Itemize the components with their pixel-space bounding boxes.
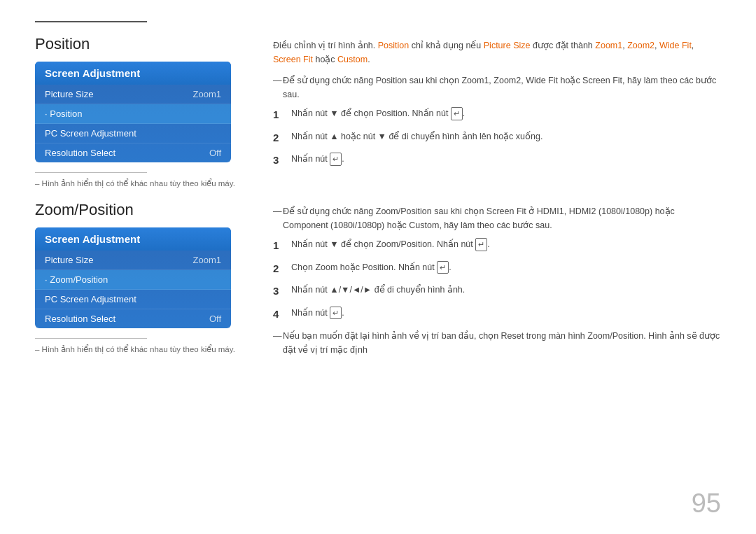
section2-item-3-label: Resolution Select xyxy=(45,314,115,324)
section1-step-3-num: 3 xyxy=(273,153,284,169)
section2-step-4: 4 Nhấn nút ↵. xyxy=(273,307,721,323)
section2-step-4-text: Nhấn nút ↵. xyxy=(291,307,721,323)
section1-item-3-value: Off xyxy=(209,148,221,158)
section2-right: Để sử dụng chức năng Zoom/Position sau k… xyxy=(273,201,721,363)
top-divider xyxy=(35,21,147,22)
section1-intro-cu: Custom xyxy=(337,55,368,64)
section2-item-3-value: Off xyxy=(209,314,221,324)
section2-step-1-text: Nhấn nút ▼ để chọn Zoom/Position. Nhấn n… xyxy=(291,238,721,254)
section2-step-3-text: Nhấn nút ▲/▼/◄/► để di chuyển hình ảnh. xyxy=(291,283,721,300)
section1-item-1: · Position xyxy=(35,104,231,124)
section2-step-2-num: 2 xyxy=(273,261,284,277)
section1-item-0: Picture Size Zoom1 xyxy=(35,85,231,104)
section1-intro-z1: Zoom1 xyxy=(595,41,622,50)
section1-step-2: 2 Nhấn nút ▲ hoặc nút ▼ để di chuyển hìn… xyxy=(273,130,721,146)
section1-dash-note: Để sử dụng chức năng Position sau khi ch… xyxy=(273,73,721,101)
section1-step-2-text: Nhấn nút ▲ hoặc nút ▼ để di chuyển hình … xyxy=(291,130,721,146)
section2-footnote: – Hình ảnh hiển thị có thể khác nhau tùy… xyxy=(35,344,245,354)
section2-item-0: Picture Size Zoom1 xyxy=(35,251,231,270)
section-gap xyxy=(35,188,721,201)
section1-step-1-num: 1 xyxy=(273,107,284,123)
section1-item-0-label: Picture Size xyxy=(45,89,93,99)
section2-step-3-num: 3 xyxy=(273,283,284,300)
section1-step-3-text: Nhấn nút ↵. xyxy=(291,153,721,169)
section2-item-2-label: PC Screen Adjustment xyxy=(45,294,136,304)
section2-step-2-text: Chọn Zoom hoặc Position. Nhấn nút ↵. xyxy=(291,261,721,277)
section2-reset-note: Nếu bạn muốn đặt lại hình ảnh về vị trí … xyxy=(273,329,721,357)
section1-intro-pos: Position xyxy=(378,41,409,50)
section1-step-2-num: 2 xyxy=(273,130,284,146)
section1-step-1-text: Nhấn nút ▼ để chọn Position. Nhấn nút ↵. xyxy=(291,107,721,123)
page-container: Position Screen Adjustment Picture Size … xyxy=(0,0,756,534)
section2-step-4-num: 4 xyxy=(273,307,284,323)
section2-item-3: Resolution Select Off xyxy=(35,309,231,328)
section1-step-3: 3 Nhấn nút ↵. xyxy=(273,153,721,169)
section2-left: Zoom/Position Screen Adjustment Picture … xyxy=(35,201,245,363)
section1-footnote: – Hình ảnh hiển thị có thể khác nhau tùy… xyxy=(35,178,245,188)
section1-item-3: Resolution Select Off xyxy=(35,143,231,162)
section2-steps: 1 Nhấn nút ▼ để chọn Zoom/Position. Nhấn… xyxy=(273,238,721,322)
section1-intro-ps: Picture Size xyxy=(484,41,531,50)
section1-item-3-label: Resolution Select xyxy=(45,148,115,158)
section1-item-2-label: PC Screen Adjustment xyxy=(45,128,136,139)
section2-item-0-value: Zoom1 xyxy=(193,255,221,265)
section2-row: Zoom/Position Screen Adjustment Picture … xyxy=(35,201,721,363)
section1-intro-z2: Zoom2 xyxy=(627,41,654,50)
section1-box-header: Screen Adjustment xyxy=(35,62,231,85)
section1-item-1-label: · Position xyxy=(45,108,82,119)
section2-dash-note: Để sử dụng chức năng Zoom/Position sau k… xyxy=(273,204,721,232)
section2-step-2: 2 Chọn Zoom hoặc Position. Nhấn nút ↵. xyxy=(273,261,721,277)
section1-row: Position Screen Adjustment Picture Size … xyxy=(35,35,721,188)
section2-screen-box: Screen Adjustment Picture Size Zoom1 · Z… xyxy=(35,227,231,328)
section1-right: Điều chỉnh vị trí hình ảnh. Position chỉ… xyxy=(273,35,721,188)
section1-intro: Điều chỉnh vị trí hình ảnh. Position chỉ… xyxy=(273,38,721,66)
section1-left: Position Screen Adjustment Picture Size … xyxy=(35,35,245,188)
section2-title: Zoom/Position xyxy=(35,201,245,219)
section2-box-header: Screen Adjustment xyxy=(35,227,231,251)
section1-steps: 1 Nhấn nút ▼ để chọn Position. Nhấn nút … xyxy=(273,107,721,169)
section2-item-0-label: Picture Size xyxy=(45,255,93,265)
section1-step-1: 1 Nhấn nút ▼ để chọn Position. Nhấn nút … xyxy=(273,107,721,123)
section2-item-1-label: · Zoom/Position xyxy=(45,274,108,285)
section1-item-2: PC Screen Adjustment xyxy=(35,124,231,143)
section1-divider xyxy=(35,172,147,173)
section2-item-1: · Zoom/Position xyxy=(35,270,231,290)
page-number: 95 xyxy=(692,489,721,519)
section2-item-2: PC Screen Adjustment xyxy=(35,290,231,309)
section1-screen-box: Screen Adjustment Picture Size Zoom1 · P… xyxy=(35,62,231,162)
section2-step-1-num: 1 xyxy=(273,238,284,254)
section1-title: Position xyxy=(35,35,245,53)
section2-step-1: 1 Nhấn nút ▼ để chọn Zoom/Position. Nhấn… xyxy=(273,238,721,254)
section1-intro-wf: Wide Fit xyxy=(659,41,692,50)
section1-item-0-value: Zoom1 xyxy=(193,89,221,99)
section1-intro-sf: Screen Fit xyxy=(273,55,313,64)
section2-step-3: 3 Nhấn nút ▲/▼/◄/► để di chuyển hình ảnh… xyxy=(273,283,721,300)
section2-divider xyxy=(35,338,147,339)
